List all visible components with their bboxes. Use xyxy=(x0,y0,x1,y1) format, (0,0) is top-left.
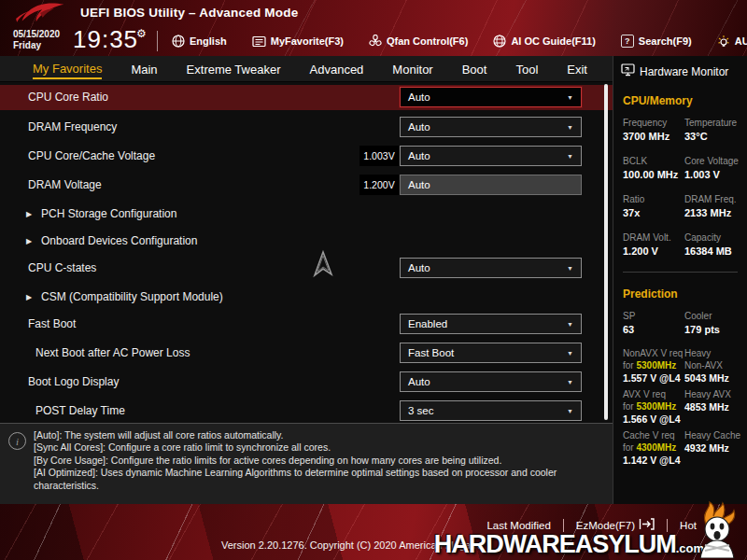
dram-voltage-input[interactable]: Auto xyxy=(400,175,582,195)
qfan-button[interactable]: Qfan Control(F6) xyxy=(369,35,468,48)
app-title: UEFI BIOS Utility – Advanced Mode xyxy=(80,6,298,20)
chevron-down-icon xyxy=(567,153,573,160)
setting-row-cpu-core-cache-voltage[interactable]: CPU Core/Cache Voltage 1.003V Auto xyxy=(0,144,613,169)
setting-label: POST Delay Time xyxy=(35,399,125,423)
chevron-down-icon xyxy=(567,94,573,101)
info-icon xyxy=(8,432,26,450)
cpu-c-states-dropdown[interactable]: Auto xyxy=(400,258,582,278)
fast-boot-dropdown[interactable]: Enabled xyxy=(400,314,582,334)
search-label: Search(F9) xyxy=(639,35,692,47)
hw-cell-core-voltage: Core Voltage1.003 V xyxy=(684,156,747,180)
setting-row-onboard-devices-configuration[interactable]: Onboard Devices Configuration xyxy=(0,229,613,254)
hw-cell-cooler: Cooler179 pts xyxy=(684,311,747,335)
prediction-grid: SP63 Cooler179 pts xyxy=(623,311,747,335)
aura-button[interactable]: AURA ON/OFF(F4) xyxy=(717,35,747,48)
hw-cell-dram-freq: DRAM Freq.2133 MHz xyxy=(684,194,747,218)
dropdown-value: Auto xyxy=(408,121,430,133)
hardware-monitor-title: Hardware Monitor xyxy=(640,65,728,78)
chevron-down-icon xyxy=(567,408,573,414)
search-button[interactable]: Search(F9) xyxy=(621,35,692,48)
tab-advanced[interactable]: Advanced xyxy=(310,60,364,78)
hw-cell-ratio: Ratio37x xyxy=(623,194,681,218)
setting-row-boot-logo-display[interactable]: Boot Logo Display Auto xyxy=(0,370,613,395)
dram-frequency-dropdown[interactable]: Auto xyxy=(400,117,582,137)
hw-cell-temperature: Temperature33°C xyxy=(684,118,747,142)
cpu-core-cache-voltage-dropdown[interactable]: Auto xyxy=(400,146,582,166)
chevron-down-icon xyxy=(567,379,573,385)
prediction-row-nonavx: NonAVX V req for 5300MHz 1.557 V @L4 Hea… xyxy=(623,347,747,385)
prediction-rows: NonAVX V req for 5300MHz 1.557 V @L4 Hea… xyxy=(623,347,747,467)
chevron-down-icon xyxy=(567,350,573,357)
prediction-row-cache: Cache V req for 4300MHz 1.142 V @L4 Heav… xyxy=(623,429,747,467)
header-divider xyxy=(157,31,158,51)
bios-screen: UEFI BIOS Utility – Advanced Mode 05/15/… xyxy=(0,0,747,560)
header-toolbar: English MyFavorite(F3) Qfan Control(F6) xyxy=(172,26,747,56)
language-button[interactable]: English xyxy=(172,35,227,48)
clock[interactable]: 19:35 xyxy=(73,25,138,54)
help-line: [By Core Usage]: Configure the ratio lim… xyxy=(34,455,573,467)
setting-label: Boot Logo Display xyxy=(28,370,119,395)
setting-label: CPU Core/Cache Voltage xyxy=(28,144,155,169)
header-toolbar-row: 05/15/2020 Friday 19:35 English MyFavori… xyxy=(0,26,747,56)
ai-oc-label: AI OC Guide(F11) xyxy=(511,35,595,47)
setting-row-csm[interactable]: CSM (Compatibility Support Module) xyxy=(0,285,613,310)
mascot-flame-icon xyxy=(684,500,747,560)
input-value: Auto xyxy=(408,179,430,190)
chevron-down-icon xyxy=(567,124,573,131)
settings-scrollbar[interactable] xyxy=(604,84,608,420)
globe-icon xyxy=(172,35,185,48)
tab-my-favorites[interactable]: My Favorites xyxy=(33,59,102,79)
setting-label: CPU C-states xyxy=(28,256,96,281)
dropdown-value: Auto xyxy=(408,150,430,161)
setting-row-next-boot-after-ac-power-loss[interactable]: Next Boot after AC Power Loss Fast Boot xyxy=(0,341,613,366)
next-boot-dropdown[interactable]: Fast Boot xyxy=(400,343,582,363)
setting-row-pch-storage-configuration[interactable]: PCH Storage Configuration xyxy=(0,202,613,227)
tab-tool[interactable]: Tool xyxy=(515,60,538,78)
prediction-row-avx: AVX V req for 5300MHz 1.566 V @L4 Heavy … xyxy=(623,388,747,426)
setting-label: DRAM Frequency xyxy=(28,115,117,140)
tab-exit[interactable]: Exit xyxy=(567,60,587,78)
dropdown-value: Fast Boot xyxy=(408,347,454,358)
setting-row-cpu-c-states[interactable]: CPU C-states Auto xyxy=(0,256,613,281)
setting-label: Fast Boot xyxy=(28,312,76,337)
gear-icon[interactable] xyxy=(136,27,147,40)
myfavorite-label: MyFavorite(F3) xyxy=(271,35,344,47)
mhz-highlight: 5300MHz xyxy=(636,401,676,412)
post-delay-time-dropdown[interactable]: 3 sec xyxy=(400,400,582,421)
chevron-down-icon xyxy=(567,265,573,272)
dropdown-value: Auto xyxy=(408,376,430,387)
monitor-icon xyxy=(621,63,635,79)
tab-boot[interactable]: Boot xyxy=(462,60,487,78)
setting-row-dram-voltage[interactable]: DRAM Voltage 1.200V Auto xyxy=(0,173,613,198)
cpu-core-ratio-dropdown[interactable]: Auto xyxy=(400,87,582,107)
cpu-memory-grid: Frequency3700 MHz Temperature33°C BCLK10… xyxy=(623,118,747,257)
ezmode-label: EzMode(F7) xyxy=(576,520,635,531)
tab-main[interactable]: Main xyxy=(131,60,157,78)
setting-row-fast-boot[interactable]: Fast Boot Enabled xyxy=(0,312,613,337)
hw-cell-dram-volt: DRAM Volt.1.200 V xyxy=(623,232,681,257)
hw-cell-bclk: BCLK100.00 MHz xyxy=(623,156,681,180)
setting-row-post-delay-time[interactable]: POST Delay Time 3 sec xyxy=(0,399,613,423)
footer: Last Modified EzMode(F7) Hot Version 2.2… xyxy=(0,504,747,560)
setting-row-cpu-core-ratio[interactable]: CPU Core Ratio Auto xyxy=(0,85,613,110)
myfavorite-button[interactable]: MyFavorite(F3) xyxy=(252,35,344,48)
tab-extreme-tweaker[interactable]: Extreme Tweaker xyxy=(187,60,281,78)
boot-logo-display-dropdown[interactable]: Auto xyxy=(400,371,582,392)
hw-cell-sp: SP63 xyxy=(623,311,681,335)
date-block[interactable]: 05/15/2020 Friday xyxy=(13,29,60,51)
mhz-highlight: 4300MHz xyxy=(636,442,676,453)
ai-oc-guide-button[interactable]: AI OC Guide(F11) xyxy=(493,35,595,48)
help-panel: [Auto]: The system will adjust all core … xyxy=(0,423,613,504)
ai-oc-icon xyxy=(493,35,506,48)
aura-label: AURA ON/OFF(F4) xyxy=(735,35,747,47)
dropdown-value: Auto xyxy=(408,262,430,273)
setting-row-dram-frequency[interactable]: DRAM Frequency Auto xyxy=(0,115,613,140)
watermark-name: HardwareAsylum xyxy=(434,530,676,558)
last-modified-button[interactable]: Last Modified xyxy=(486,520,550,531)
dropdown-value: Enabled xyxy=(408,318,447,329)
language-label: English xyxy=(190,35,227,47)
dropdown-value: 3 sec xyxy=(408,405,434,416)
tab-monitor[interactable]: Monitor xyxy=(392,60,432,78)
day-value: Friday xyxy=(13,40,60,51)
setting-label: CPU Core Ratio xyxy=(28,85,108,110)
